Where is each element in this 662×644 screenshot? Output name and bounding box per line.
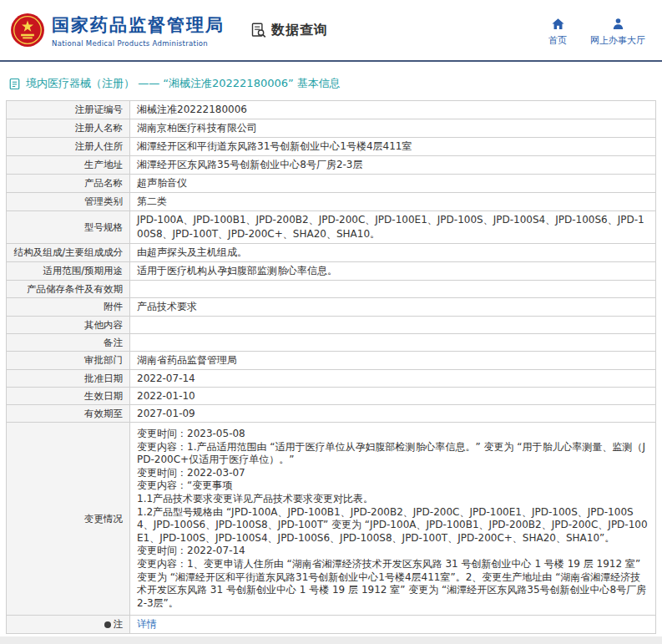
row-label: 注册人名称 [7,119,130,138]
detail-link[interactable]: 详情 [137,618,157,630]
row-label: 生效日期 [7,388,130,405]
table-row: 生产地址湘潭经开区东风路35号创新创业中心8号厂房2-3层 [7,156,656,175]
row-label: 其他内容 [7,317,130,334]
row-value: 湖南省药品监督管理局 [130,352,656,370]
row-value: 由超声探头及主机组成。 [130,244,656,262]
nav-service-hall[interactable]: 网上办事大厅 [590,17,645,47]
agency-subtitle: National Medical Products Administration [52,39,225,48]
table-row: 批准日期2022-07-14 [7,370,656,388]
row-label: 生产地址 [7,156,130,175]
row-value [130,281,656,298]
table-row: 审批部门湖南省药品监督管理局 [7,352,656,370]
footer-strip [0,636,662,644]
data-query-section: 数据查询 [250,22,328,39]
nav-home-label: 首页 [548,34,567,47]
table-row: 注详情 [7,616,656,634]
row-label: 注册人住所 [7,138,130,156]
table-row: 管理类别第二类 [7,193,656,211]
table-row: 注册证编号湘械注准20222180006 [7,101,656,119]
table-row: 注册人名称湖南京柏医疗科技有限公司 [7,119,656,138]
row-value: 超声胎音仪 [130,175,656,193]
note-icon [104,621,111,628]
row-value: 2027-01-09 [130,405,656,423]
row-value [130,317,656,334]
row-label: 附件 [7,298,130,317]
data-query-icon [250,22,267,39]
table-row: 产品名称超声胎音仪 [7,175,656,193]
info-table: 注册证编号湘械注准20222180006注册人名称湖南京柏医疗科技有限公司注册人… [6,100,656,634]
agency-title: 国家药品监督管理局 [52,13,225,37]
table-row: 附件产品技术要求 [7,298,656,317]
table-row: 注册人住所湘潭经开区和平街道东风路31号创新创业中心1号楼4层411室 [7,138,656,156]
document-icon [8,78,21,90]
row-value: 湘潭经开区和平街道东风路31号创新创业中心1号楼4层411室 [130,138,656,156]
page: 国家药品监督管理局 National Medical Products Admi… [0,0,662,634]
row-label: 备注 [7,334,130,352]
breadcrumb-label: 境内医疗器械（注册） —— “湘械注准20222180006” 基本信息 [26,76,341,91]
row-value [130,334,656,352]
row-value: 2022-01-10 [130,388,656,405]
row-label: 变更情况 [7,423,130,616]
row-label: 型号规格 [7,211,130,244]
row-label: 结构及组成/主要组成成分 [7,244,130,262]
row-label: 审批部门 [7,352,130,370]
brand[interactable]: 国家药品监督管理局 National Medical Products Admi… [10,13,225,48]
row-value: 产品技术要求 [130,298,656,317]
row-value: JPD-100A、JPD-100B1、JPD-200B2、JPD-200C、JP… [130,211,656,244]
table-row: 生效日期2022-01-10 [7,388,656,405]
row-label: 注册证编号 [7,101,130,119]
row-label: 适用范围/预期用途 [7,262,130,281]
row-value: 2022-07-14 [130,370,656,388]
table-row: 型号规格JPD-100A、JPD-100B1、JPD-200B2、JPD-200… [7,211,656,244]
table-row: 产品储存条件及有效期 [7,281,656,298]
row-label: 批准日期 [7,370,130,388]
row-label: 产品储存条件及有效期 [7,281,130,298]
row-value: 变更时间：2023-05-08 变更内容：1.产品适用范围由 “适用于医疗单位从… [130,423,656,616]
row-value: 湖南京柏医疗科技有限公司 [130,119,656,138]
row-label: 注 [7,616,130,634]
national-emblem-logo [10,13,45,48]
table-row: 适用范围/预期用途适用于医疗机构从孕妇腹部监测胎心率信息。 [7,262,656,281]
nav-hall-label: 网上办事大厅 [590,34,645,47]
row-value: 第二类 [130,193,656,211]
home-icon [551,17,565,31]
table-row: 结构及组成/主要组成成分由超声探头及主机组成。 [7,244,656,262]
row-label: 管理类别 [7,193,130,211]
person-icon [611,17,625,31]
nav-home[interactable]: 首页 [548,17,567,47]
breadcrumb: 境内医疗器械（注册） —— “湘械注准20222180006” 基本信息 [0,62,662,100]
info-table-body: 注册证编号湘械注准20222180006注册人名称湖南京柏医疗科技有限公司注册人… [7,101,656,634]
row-value: 详情 [130,616,656,634]
section-title: 数据查询 [271,22,328,39]
brand-text: 国家药品监督管理局 National Medical Products Admi… [52,13,225,48]
row-value: 湘潭经开区东风路35号创新创业中心8号厂房2-3层 [130,156,656,175]
table-row: 其他内容 [7,317,656,334]
row-label: 有效期至 [7,405,130,423]
row-label: 产品名称 [7,175,130,193]
site-header: 国家药品监督管理局 National Medical Products Admi… [0,0,662,62]
top-nav: 首页 网上办事大厅 [548,13,645,47]
row-value: 适用于医疗机构从孕妇腹部监测胎心率信息。 [130,262,656,281]
table-row: 备注 [7,334,656,352]
table-row: 有效期至2027-01-09 [7,405,656,423]
row-value: 湘械注准20222180006 [130,101,656,119]
table-row: 变更情况变更时间：2023-05-08 变更内容：1.产品适用范围由 “适用于医… [7,423,656,616]
